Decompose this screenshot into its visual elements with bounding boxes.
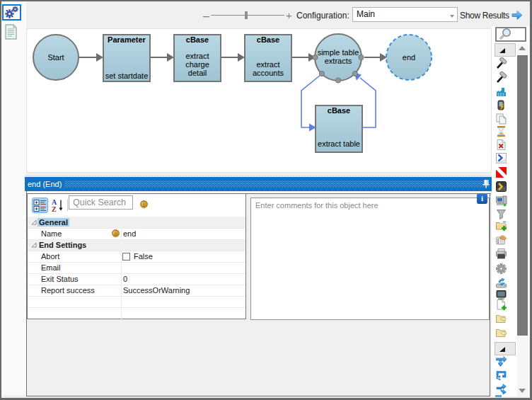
svg-text:extracts: extracts [325, 57, 352, 65]
svg-text:detail: detail [188, 69, 207, 77]
svg-text:Start: Start [47, 53, 64, 62]
svg-text:Parameter: Parameter [108, 35, 146, 44]
svg-text:simple table: simple table [318, 48, 359, 57]
svg-text:set startdate: set startdate [105, 72, 149, 80]
svg-text:cBase: cBase [328, 106, 350, 115]
svg-text:extract table: extract table [318, 139, 360, 148]
svg-text:end: end [403, 53, 415, 62]
svg-text:extract: extract [185, 52, 209, 60]
svg-text:extract: extract [256, 60, 279, 69]
svg-text:Z: Z [52, 205, 57, 212]
svg-text:cBase: cBase [186, 35, 209, 44]
svg-text:accounts: accounts [253, 69, 284, 77]
svg-text:charge: charge [185, 60, 209, 69]
svg-text:cBase: cBase [257, 35, 279, 44]
